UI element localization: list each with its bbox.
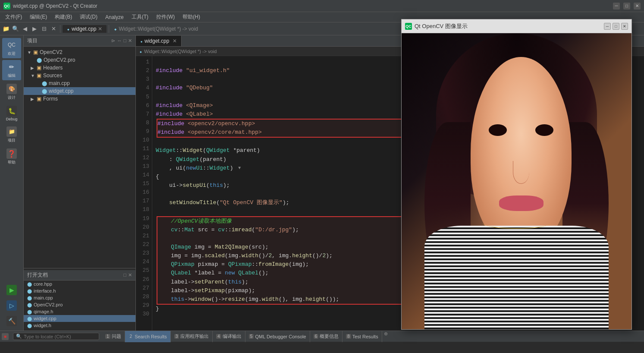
maximize-button[interactable]: □ <box>623 3 630 9</box>
bottom-tab-compile-output[interactable]: 4 编译输出 <box>213 331 245 342</box>
toolbar-close-icon[interactable]: ✕ <box>49 25 58 33</box>
tab-num-4: 4 <box>216 334 221 339</box>
sidebar-btn-help[interactable]: ❓ 帮助 <box>2 147 21 167</box>
doc-icon-qimage: ⬤ <box>27 309 32 314</box>
bottom-tab-overview[interactable]: 6 概要信息 <box>310 331 343 342</box>
bottom-tab-issues[interactable]: 1 问题 <box>102 331 125 342</box>
toolbar-tab-widget[interactable]: ⬥ widget.cpp ✕ <box>63 25 107 33</box>
bottom-tab-test-results[interactable]: 8 Test Results <box>342 331 382 342</box>
sidebar-btn-debug-run[interactable]: ▷ <box>2 299 21 312</box>
tab-widget-cpp[interactable]: ⬥ widget.cpp ✕ <box>136 36 182 46</box>
bottom-search[interactable]: 🔍 <box>13 333 99 340</box>
open-doc-core[interactable]: ⬤ core.hpp <box>24 281 135 287</box>
breadcrumb-cpp-icon: ⬥ <box>139 49 142 54</box>
menu-edit[interactable]: 编辑(E) <box>26 13 50 22</box>
tab-label-test-results: Test Results <box>352 334 378 339</box>
tree-label-widget-cpp: widget.cpp <box>49 88 73 94</box>
menu-controls[interactable]: 控件(W) <box>153 13 178 22</box>
photo-necklace <box>482 217 551 228</box>
tree-item-pro[interactable]: ⬤ OpenCV2.pro <box>24 56 135 64</box>
tree-label-pro: OpenCV2.pro <box>44 57 75 63</box>
build-run-icon: 🔨 <box>6 316 17 326</box>
open-docs-close-icon[interactable]: ✕ <box>128 272 132 278</box>
qt-minimize-button[interactable]: ─ <box>604 23 611 30</box>
menu-help[interactable]: 帮助(H) <box>179 13 204 22</box>
projects-icon: 📁 <box>6 126 17 137</box>
doc-icon-interface: ⬤ <box>27 289 32 293</box>
open-doc-widget-h[interactable]: ⬤ widget.h <box>24 322 135 329</box>
debug-run-icon: ▷ <box>6 300 17 311</box>
tree-item-main-cpp[interactable]: ⬤ main.cpp <box>24 79 135 87</box>
toolbar-separator-1 <box>60 25 60 33</box>
title-bar: QC widget.cpp @ OpenCV2 - Qt Creator ─ □… <box>0 0 644 12</box>
open-doc-qimage[interactable]: ⬤ qimage.h <box>24 308 135 315</box>
qt-window: QC Qt OpenCV 图像显示 ─ □ ✕ <box>401 19 632 330</box>
doc-icon-widget-cpp: ⬤ <box>27 316 32 321</box>
run-icon: ▶ <box>6 285 17 295</box>
qt-maximize-button[interactable]: □ <box>613 23 619 30</box>
help-icon: ❓ <box>6 148 17 159</box>
tabs-more-icon[interactable]: ⊕ <box>382 331 390 342</box>
sidebar-btn-build-run[interactable]: 🔨 <box>2 314 21 328</box>
toolbar-nav-fwd-icon[interactable]: ▶ <box>30 25 39 33</box>
tree-item-root[interactable]: ▼ ▣ OpenCV2 <box>24 48 135 56</box>
sidebar-label-help: 帮助 <box>8 160 16 165</box>
sidebar-btn-projects[interactable]: 📁 项目 <box>2 125 21 145</box>
menu-build[interactable]: 构建(B) <box>51 13 75 22</box>
menu-analyze[interactable]: Analyze <box>102 13 127 21</box>
tree-label-headers: Headers <box>43 65 63 71</box>
sources-folder-icon: ▣ <box>37 72 41 79</box>
qt-close-button[interactable]: ✕ <box>621 23 628 30</box>
tree-item-headers[interactable]: ▶ ▣ Headers <box>24 64 135 72</box>
sidebar-btn-welcome[interactable]: QC 欢迎 <box>2 38 21 58</box>
breadcrumb-text: Widget::Widget(QWidget *) -> void <box>144 49 217 54</box>
open-doc-main[interactable]: ⬤ main.cpp <box>24 294 135 301</box>
title-text: widget.cpp @ OpenCV2 - Qt Creator <box>13 3 613 9</box>
toolbar-project-icon[interactable]: 📁 <box>2 25 10 33</box>
menu-debug[interactable]: 调试(D) <box>76 13 101 22</box>
menu-file[interactable]: 文件(F) <box>2 13 25 22</box>
toolbar-split-icon[interactable]: ⊟ <box>40 25 48 33</box>
open-doc-widget-cpp[interactable]: ⬤ widget.cpp <box>24 315 135 322</box>
open-docs-header: 打开文档 □ ✕ <box>24 270 135 281</box>
chevron-down-icon: ▼ <box>27 50 31 55</box>
tab-num-1: 1 <box>105 334 110 339</box>
doc-label-core: core.hpp <box>34 281 52 287</box>
sidebar-btn-design[interactable]: 🎨 设计 <box>2 82 21 102</box>
welcome-icon: QC <box>6 40 17 50</box>
panel-btn-2[interactable]: ✕ <box>128 38 132 44</box>
pro-file-icon: ⬤ <box>37 57 42 63</box>
tree-item-widget-cpp[interactable]: ⬤ widget.cpp <box>24 87 135 95</box>
tree-label-opencv2: OpenCV2 <box>40 49 63 55</box>
sync-icon[interactable]: ↔ <box>117 38 122 44</box>
close-button[interactable]: ✕ <box>634 3 641 9</box>
doc-label-interface: interface.h <box>34 288 56 293</box>
tab-label-qml-debug: QML Debugger Console <box>255 334 306 339</box>
bottom-tab-app-output[interactable]: 3 应用程序输出 <box>171 331 213 342</box>
project-panel: 项目 ⊳ ↔ □ ✕ ▼ ▣ OpenCV2 ⬤ OpenCV2.pro <box>24 35 136 331</box>
minimize-button[interactable]: ─ <box>613 3 620 9</box>
left-sidebar: QC 欢迎 ✏ 编辑 🎨 设计 🐛 Debug 📁 项目 ❓ 帮助 ▶ ▷ <box>0 35 24 331</box>
app-icon: QC <box>3 3 10 9</box>
toolbar-nav-back-icon[interactable]: ◀ <box>21 25 29 33</box>
design-icon: 🎨 <box>6 84 17 94</box>
bottom-tab-search-results[interactable]: 2 Search Results <box>125 331 171 342</box>
sidebar-btn-debug[interactable]: 🐛 Debug <box>2 104 21 123</box>
search-input[interactable] <box>24 334 96 339</box>
tree-item-sources[interactable]: ▼ ▣ Sources <box>24 72 135 79</box>
stop-button[interactable]: ■ <box>2 333 9 340</box>
open-docs-split-icon[interactable]: □ <box>123 272 126 278</box>
toolbar-filter-icon[interactable]: 🔍 <box>11 25 20 33</box>
sidebar-label-edit: 编辑 <box>8 73 16 79</box>
sidebar-btn-edit[interactable]: ✏ 编辑 <box>2 60 21 80</box>
open-doc-pro[interactable]: ⬤ OpenCV2.pro <box>24 301 135 308</box>
tree-item-forms[interactable]: ▶ ▣ Forms <box>24 95 135 103</box>
open-doc-interface[interactable]: ⬤ interface.h <box>24 287 135 294</box>
tree-label-sources: Sources <box>43 72 62 79</box>
filter-icon[interactable]: ⊳ <box>111 38 115 44</box>
menu-tools[interactable]: 工具(T) <box>128 13 152 22</box>
panel-btn-1[interactable]: □ <box>123 38 126 44</box>
sidebar-btn-run[interactable]: ▶ <box>2 283 21 297</box>
bottom-tab-qml-debug[interactable]: 5 QML Debugger Console <box>245 331 310 342</box>
tab-close-icon[interactable]: ✕ <box>173 38 177 44</box>
